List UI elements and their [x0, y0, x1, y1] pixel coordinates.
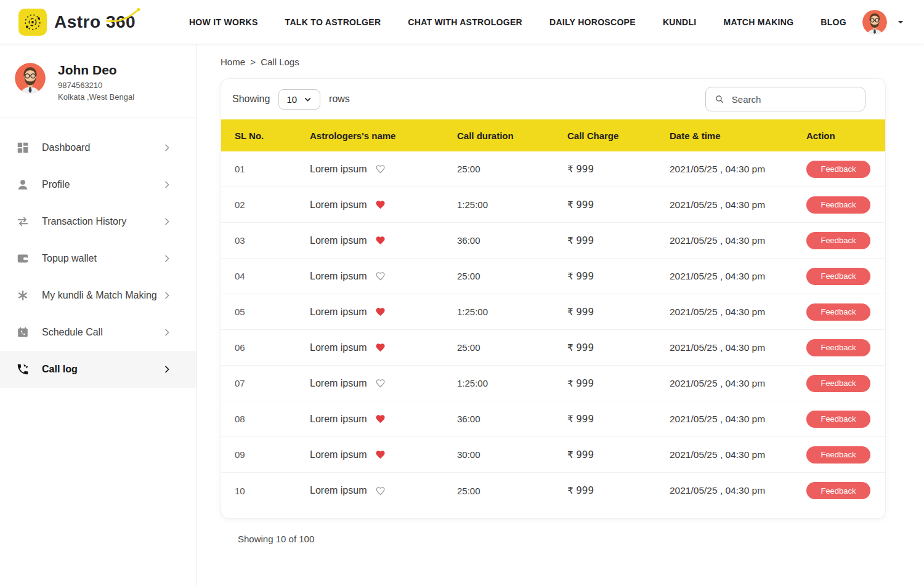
- rows-label: rows: [329, 94, 350, 105]
- sidebar-item-my-kundli-match-making[interactable]: My kundli & Match Making: [0, 277, 197, 314]
- cell-date-time: 2021/05/25 , 04:30 pm: [670, 307, 806, 318]
- chevron-right-icon: [162, 254, 172, 263]
- feedback-button[interactable]: Feedback: [806, 303, 870, 321]
- results-summary: Showing 10 of 100: [238, 534, 314, 544]
- nav-item-how-it-works[interactable]: HOW IT WORKS: [189, 17, 258, 27]
- nav-item-chat-with-astrologer[interactable]: CHAT WITH ASTROLOGER: [408, 17, 522, 27]
- chevron-right-icon: [162, 180, 172, 190]
- heart-outline-icon[interactable]: [375, 486, 386, 496]
- heart-outline-icon[interactable]: [375, 164, 386, 174]
- table-row: 02 Lorem ipsum 1:25:00 ₹ 999 2021/05/25 …: [221, 187, 885, 223]
- table-toolbar: Showing 10 rows: [221, 79, 885, 119]
- dashboard-grid-icon: [16, 141, 30, 155]
- cell-call-duration: 1:25:00: [457, 307, 567, 317]
- breadcrumb-current: Call Logs: [261, 57, 299, 67]
- table-body: 01 Lorem ipsum 25:00 ₹ 999 2021/05/25 , …: [221, 151, 885, 508]
- person-icon: [16, 178, 30, 191]
- sidebar-item-label: My kundli & Match Making: [42, 290, 162, 301]
- wallet-icon: [16, 252, 30, 265]
- rows-per-page-select[interactable]: 10: [278, 89, 320, 110]
- heart-outline-icon[interactable]: [375, 378, 386, 388]
- profile-avatar: [15, 63, 46, 94]
- heart-outline-icon: [375, 271, 386, 281]
- chevron-down-icon[interactable]: [896, 17, 906, 27]
- sidebar-item-topup-wallet[interactable]: Topup wallet: [0, 240, 197, 277]
- chevron-right-icon: [162, 364, 172, 374]
- column-header-astrologers-s-name: Astrologers's name: [310, 130, 457, 141]
- logo-swoosh-icon: [106, 7, 143, 23]
- top-navbar: Astro 360 HOW IT WORKSTALK TO ASTROLGERC…: [0, 0, 924, 44]
- cell-date-time: 2021/05/25 , 04:30 pm: [670, 449, 806, 460]
- feedback-button[interactable]: Feedback: [806, 232, 870, 249]
- table-row: 09 Lorem ipsum 30:00 ₹ 999 2021/05/25 , …: [221, 437, 885, 473]
- cell-astrologer-name: Lorem ipsum: [310, 199, 367, 211]
- nav-item-blog[interactable]: BLOG: [821, 17, 846, 27]
- cell-call-charge: ₹ 999: [567, 235, 670, 246]
- cell-call-duration: 25:00: [457, 486, 567, 496]
- sidebar-item-label: Schedule Call: [42, 327, 162, 338]
- main-content: Home > Call Logs Showing 10 rows: [197, 44, 924, 586]
- nav-item-talk-to-astrolger[interactable]: TALK TO ASTROLGER: [285, 17, 381, 27]
- cell-call-charge: ₹ 999: [567, 271, 670, 282]
- cell-date-time: 2021/05/25 , 04:30 pm: [670, 378, 806, 389]
- cell-astrologer-name: Lorem ipsum: [310, 307, 367, 318]
- cell-sl-no: 07: [235, 378, 310, 388]
- cell-date-time: 2021/05/25 , 04:30 pm: [670, 342, 806, 353]
- cell-date-time: 2021/05/25 , 04:30 pm: [670, 199, 806, 211]
- sidebar-item-call-log[interactable]: Call log: [0, 351, 197, 388]
- heart-filled-icon: [375, 414, 386, 424]
- feedback-button[interactable]: Feedback: [806, 446, 870, 464]
- heart-filled-icon[interactable]: [375, 235, 386, 246]
- cell-date-time: 2021/05/25 , 04:30 pm: [670, 271, 806, 282]
- heart-filled-icon[interactable]: [375, 307, 386, 317]
- kundli-knot-icon: [16, 289, 30, 302]
- cell-astrologer-name: Lorem ipsum: [310, 271, 367, 282]
- feedback-button[interactable]: Feedback: [806, 161, 870, 178]
- heart-outline-icon[interactable]: [375, 271, 386, 281]
- profile-location: Kolkata ,West Bengal: [58, 92, 134, 102]
- heart-filled-icon: [375, 199, 386, 210]
- breadcrumb-separator: >: [250, 57, 256, 67]
- cell-call-duration: 25:00: [457, 164, 567, 174]
- nav-item-match-making[interactable]: MATCH MAKING: [724, 17, 794, 27]
- sidebar-item-label: Dashboard: [42, 142, 162, 153]
- heart-filled-icon: [375, 235, 386, 246]
- brand-logo[interactable]: Astro 360: [18, 9, 136, 36]
- heart-filled-icon[interactable]: [375, 342, 386, 353]
- cell-astrologer-name: Lorem ipsum: [310, 164, 367, 175]
- feedback-button[interactable]: Feedback: [806, 268, 870, 285]
- feedback-button[interactable]: Feedback: [806, 375, 870, 392]
- search-icon: [715, 94, 724, 105]
- table-row: 03 Lorem ipsum 36:00 ₹ 999 2021/05/25 , …: [221, 223, 885, 259]
- cell-call-charge: ₹ 999: [567, 307, 670, 318]
- chevron-down-icon: [303, 95, 312, 104]
- user-avatar[interactable]: [862, 10, 887, 34]
- feedback-button[interactable]: Feedback: [806, 411, 870, 428]
- feedback-button[interactable]: Feedback: [806, 482, 870, 499]
- feedback-button[interactable]: Feedback: [806, 339, 870, 356]
- cell-call-charge: ₹ 999: [567, 199, 670, 211]
- search-input[interactable]: [732, 94, 856, 105]
- calendar-phone-icon: [16, 326, 30, 339]
- cell-sl-no: 09: [235, 449, 310, 460]
- cell-call-duration: 1:25:00: [457, 378, 567, 388]
- sidebar-item-schedule-call[interactable]: Schedule Call: [0, 314, 197, 351]
- heart-outline-icon: [375, 164, 386, 174]
- profile-phone: 9874563210: [58, 81, 134, 90]
- heart-filled-icon[interactable]: [375, 414, 386, 424]
- feedback-button[interactable]: Feedback: [806, 196, 870, 214]
- sidebar-item-dashboard[interactable]: Dashboard: [0, 129, 197, 166]
- cell-call-charge: ₹ 999: [567, 485, 670, 496]
- sidebar-item-transaction-history[interactable]: Transaction History: [0, 203, 197, 240]
- bearded-man-avatar: [862, 10, 887, 34]
- orbit-logo-icon: [18, 9, 47, 36]
- sidebar-item-profile[interactable]: Profile: [0, 166, 197, 203]
- heart-filled-icon[interactable]: [375, 449, 386, 460]
- heart-outline-icon: [375, 486, 386, 496]
- breadcrumb-home-link[interactable]: Home: [221, 57, 245, 67]
- cell-call-duration: 36:00: [457, 235, 567, 246]
- heart-filled-icon[interactable]: [375, 199, 386, 210]
- nav-item-daily-horoscope[interactable]: DAILY HOROSCOPE: [549, 17, 636, 27]
- nav-item-kundli[interactable]: KUNDLI: [663, 17, 697, 27]
- cell-sl-no: 10: [235, 486, 310, 496]
